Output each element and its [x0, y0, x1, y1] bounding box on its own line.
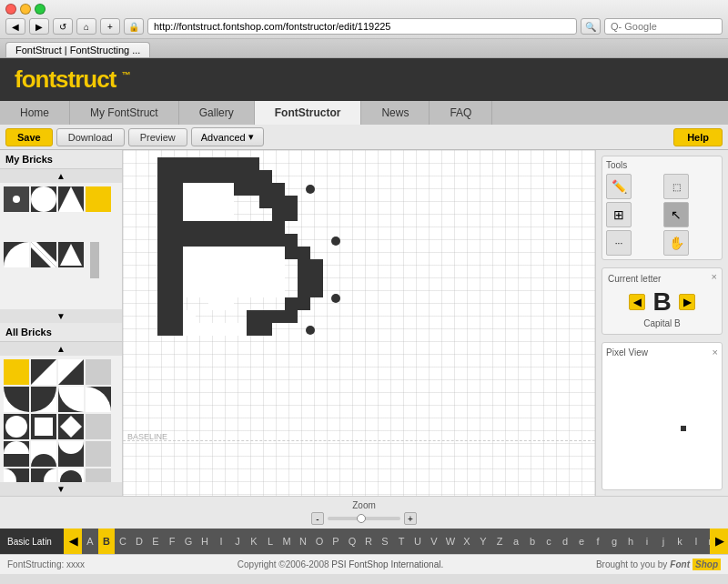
char-cell-k[interactable]: k	[672, 529, 688, 554]
save-button[interactable]: Save	[5, 128, 53, 146]
char-cell-l[interactable]: l	[688, 529, 704, 554]
char-cell-e[interactable]: e	[573, 529, 590, 554]
char-cell-Q[interactable]: Q	[344, 529, 360, 554]
char-cell-S[interactable]: S	[377, 529, 393, 554]
char-cell-T[interactable]: T	[393, 529, 410, 554]
char-cell-M[interactable]: M	[278, 529, 295, 554]
all-bricks-scroll-up[interactable]: ▲	[0, 342, 122, 356]
zoom-slider[interactable]	[328, 517, 400, 520]
char-cell-U[interactable]: U	[410, 529, 426, 554]
char-cell-P[interactable]: P	[328, 529, 344, 554]
all-brick-13[interactable]	[4, 441, 29, 467]
char-cell-f[interactable]: f	[590, 529, 606, 554]
all-brick-17[interactable]	[4, 468, 29, 482]
brick-arrow[interactable]	[58, 242, 84, 267]
char-cell-D[interactable]: D	[131, 529, 147, 554]
browser-tab[interactable]: FontStruct | FontStructing ...	[5, 42, 150, 57]
nav-fontstructor[interactable]: FontStructor	[255, 101, 362, 125]
forward-button[interactable]: ▶	[29, 18, 49, 35]
pencil-tool[interactable]: ✏️	[606, 174, 632, 199]
char-cell-R[interactable]: R	[360, 529, 377, 554]
zoom-plus-button[interactable]: +	[404, 512, 417, 525]
char-cell-j[interactable]: j	[655, 529, 672, 554]
current-letter-close[interactable]: ×	[712, 271, 717, 282]
all-brick-20[interactable]	[86, 468, 111, 482]
char-cell-G[interactable]: G	[180, 529, 197, 554]
bookmark-button[interactable]: +	[100, 18, 120, 35]
all-brick-15[interactable]	[58, 441, 84, 467]
home-button[interactable]: ⌂	[76, 18, 96, 35]
char-cell-C[interactable]: C	[115, 529, 131, 554]
refresh-button[interactable]: ↺	[53, 18, 73, 35]
all-brick-1[interactable]	[4, 359, 29, 385]
all-brick-2[interactable]	[31, 359, 56, 385]
char-cell-V[interactable]: V	[426, 529, 442, 554]
all-brick-7[interactable]	[58, 387, 84, 412]
all-brick-19[interactable]	[58, 468, 84, 482]
all-brick-5[interactable]	[4, 387, 29, 412]
maximize-button[interactable]	[35, 4, 46, 15]
char-cell-g[interactable]: g	[606, 529, 622, 554]
all-brick-9[interactable]	[4, 414, 29, 439]
nav-faq[interactable]: FAQ	[430, 101, 492, 125]
help-button[interactable]: Help	[673, 128, 723, 146]
char-cell-I[interactable]: I	[213, 529, 229, 554]
nav-gallery[interactable]: Gallery	[179, 101, 255, 125]
zoom-minus-button[interactable]: -	[311, 512, 324, 525]
brick-triangle[interactable]	[58, 186, 84, 212]
nav-news[interactable]: News	[361, 101, 430, 125]
brick-quarter[interactable]	[4, 242, 29, 267]
brick-yellow[interactable]	[86, 186, 111, 212]
char-bar-next[interactable]: ▶	[710, 529, 728, 554]
char-cell-L[interactable]: L	[262, 529, 278, 554]
char-cell-E[interactable]: E	[147, 529, 164, 554]
char-cell-a[interactable]: a	[508, 529, 524, 554]
prev-letter-button[interactable]: ◀	[629, 294, 645, 310]
grid-tool[interactable]: ⊞	[606, 202, 632, 227]
char-cell-O[interactable]: O	[311, 529, 328, 554]
brick-dot[interactable]	[4, 186, 29, 212]
next-letter-button[interactable]: ▶	[679, 294, 695, 310]
char-cell-h[interactable]: h	[622, 529, 639, 554]
eraser-tool[interactable]: ⬚	[663, 174, 689, 199]
psi-link[interactable]: PSI FontShop International.	[331, 559, 443, 569]
all-brick-8[interactable]	[86, 387, 111, 412]
url-bar[interactable]	[147, 18, 577, 35]
char-bar-prev[interactable]: ◀	[64, 529, 82, 554]
char-cell-Y[interactable]: Y	[475, 529, 491, 554]
all-bricks-scroll-down[interactable]: ▼	[0, 482, 122, 496]
brick-half-circle[interactable]	[31, 186, 56, 212]
all-brick-12[interactable]	[86, 414, 111, 439]
my-bricks-scroll-down[interactable]: ▼	[0, 309, 122, 323]
dots-tool[interactable]: ···	[606, 230, 632, 256]
back-button[interactable]: ◀	[5, 18, 25, 35]
all-brick-18[interactable]	[31, 468, 56, 482]
char-cell-W[interactable]: W	[442, 529, 459, 554]
all-brick-10[interactable]	[31, 414, 56, 439]
char-cell-X[interactable]: X	[459, 529, 475, 554]
all-brick-14[interactable]	[31, 441, 56, 467]
char-cell-d[interactable]: d	[557, 529, 573, 554]
char-cell-J[interactable]: J	[229, 529, 246, 554]
my-bricks-scroll-up[interactable]: ▲	[0, 169, 122, 183]
close-button[interactable]	[5, 4, 16, 15]
search-input[interactable]	[604, 18, 723, 35]
all-brick-11[interactable]	[58, 414, 84, 439]
hand-tool[interactable]: ✋	[663, 230, 689, 256]
all-brick-6[interactable]	[31, 387, 56, 412]
char-cell-K[interactable]: K	[246, 529, 262, 554]
pixel-view-close[interactable]: ×	[713, 347, 718, 357]
nav-home[interactable]: Home	[0, 101, 70, 125]
all-brick-4[interactable]	[86, 359, 111, 385]
char-cell-H[interactable]: H	[197, 529, 213, 554]
zoom-thumb[interactable]	[357, 514, 366, 523]
preview-button[interactable]: Preview	[128, 128, 187, 146]
download-button[interactable]: Download	[56, 128, 125, 146]
nav-myfont[interactable]: My FontStruct	[70, 101, 179, 125]
minimize-button[interactable]	[20, 4, 31, 15]
brick-x[interactable]	[31, 242, 56, 267]
char-cell-F[interactable]: F	[164, 529, 180, 554]
canvas-area[interactable]: BASELINE	[123, 150, 596, 496]
pointer-tool[interactable]: ↖	[663, 202, 689, 227]
advanced-dropdown[interactable]: Advanced ▾	[191, 127, 264, 146]
